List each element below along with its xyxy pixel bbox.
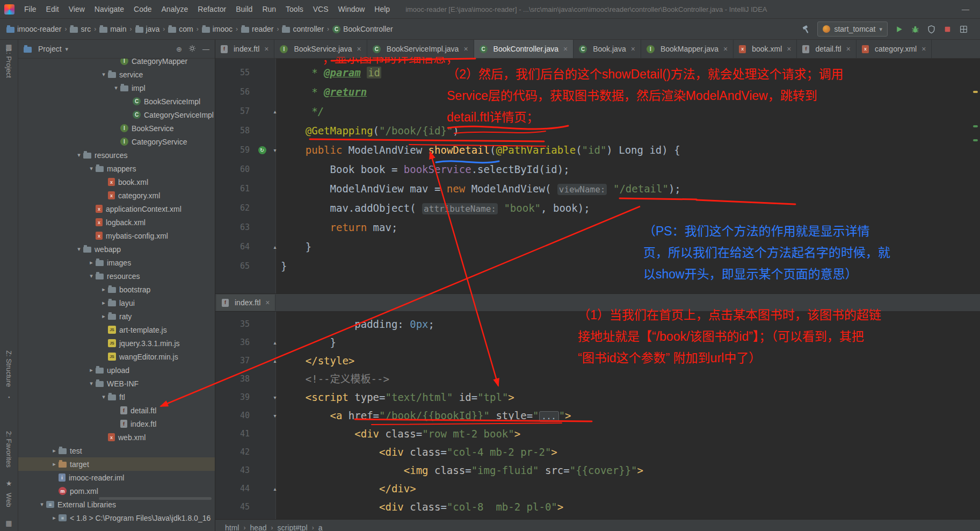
menu-item-help[interactable]: Help — [369, 5, 395, 13]
tree-item-imooc-reader.iml[interactable]: iimooc-reader.iml — [18, 471, 215, 484]
tree-item-raty[interactable]: ▸raty — [18, 310, 215, 323]
tree-item-pom.xml[interactable]: mpom.xml — [18, 484, 215, 498]
tab-close-icon[interactable]: × — [357, 45, 361, 53]
horizontal-scrollbar[interactable] — [99, 497, 212, 500]
code-text[interactable]: <div class="col-4 mb-2 pr-2"> — [281, 447, 557, 457]
bookmark-icon[interactable]: ▪ — [8, 394, 10, 400]
code-text[interactable]: <img class="img-fluid" src="{{cover}}"> — [281, 465, 643, 476]
tree-item-upload[interactable]: ▸upload — [18, 363, 215, 377]
code-text[interactable]: Book book = bookService.selectById(id); — [281, 164, 570, 175]
menu-item-vcs[interactable]: VCS — [308, 5, 333, 13]
menu-item-run[interactable]: Run — [257, 5, 281, 13]
editor-tab-index.ftl[interactable]: findex.ftl× — [215, 40, 274, 58]
tree-collapse-icon[interactable]: ▾ — [87, 272, 96, 279]
tab-close-icon[interactable]: × — [563, 45, 568, 53]
menu-item-code[interactable]: Code — [129, 5, 156, 13]
tool-window-button-2-favorites[interactable]: 2: Favorites — [5, 431, 13, 468]
code-text[interactable]: ModelAndView mav = new ModelAndView( vie… — [281, 184, 681, 194]
tree-item-web-inf[interactable]: ▾WEB-INF — [18, 377, 215, 390]
tab-close-icon[interactable]: × — [787, 45, 791, 53]
menu-item-view[interactable]: View — [64, 5, 90, 13]
tree-item-category.xml[interactable]: xcategory.xml — [18, 189, 215, 202]
bottom-breadcrumb-head[interactable]: head — [250, 523, 266, 531]
breadcrumb-item-com[interactable]: com — [168, 25, 193, 33]
editor-tab-index-ftl-split[interactable]: f index.ftl × — [216, 295, 275, 311]
tree-item-target[interactable]: ▸target — [18, 457, 215, 471]
code-text[interactable]: public ModelAndView showDetail(@PathVari… — [281, 145, 680, 155]
editor-tab-bookcontroller.java[interactable]: CBookController.java× — [474, 40, 574, 58]
code-text[interactable]: <div class="row mt-2 book"> — [281, 429, 520, 439]
bottom-breadcrumb-html[interactable]: html — [225, 523, 239, 531]
run-configuration-select[interactable]: start_tomcat ▾ — [817, 21, 888, 37]
menu-item-navigate[interactable]: Navigate — [90, 5, 129, 13]
code-text[interactable]: */ — [281, 106, 324, 117]
tree-item-detail.ftl[interactable]: fdetail.ftl — [18, 404, 215, 417]
code-text[interactable]: <div class="col-8 mb-2 pl-0"> — [281, 502, 563, 512]
breadcrumb-item-java[interactable]: java — [135, 25, 160, 33]
chevron-down-icon[interactable]: ▾ — [66, 46, 69, 53]
tree-item-categoryserviceimpl[interactable]: CCategoryServiceImpl — [18, 108, 215, 121]
tree-expand-icon[interactable]: ▸ — [99, 299, 108, 306]
tree-expand-icon[interactable]: ▸ — [50, 447, 59, 454]
tree-collapse-icon[interactable]: ▾ — [112, 84, 120, 91]
tree-expand-icon[interactable]: ▸ — [99, 286, 108, 293]
tab-close-icon[interactable]: × — [921, 45, 926, 53]
tree-item-mappers[interactable]: ▾mappers — [18, 162, 215, 175]
layout-grid-icon[interactable] — [959, 24, 968, 34]
editor-tab-bookserviceimpl.java[interactable]: CBookServiceImpl.java× — [367, 40, 474, 58]
tab-close-icon[interactable]: × — [631, 45, 635, 53]
tree-item-test[interactable]: ▸test — [18, 444, 215, 457]
menu-item-analyze[interactable]: Analyze — [157, 5, 193, 13]
tool-window-button-1-project[interactable]: 1: Project — [5, 48, 13, 78]
tree-item-art-template.js[interactable]: JSart-template.js — [18, 323, 215, 336]
tree-item-images[interactable]: ▸images — [18, 256, 215, 269]
code-text[interactable]: <script type="text/html" id="tpl"> — [281, 392, 514, 403]
bottom-breadcrumb-a[interactable]: a — [318, 523, 323, 531]
tree-expand-icon[interactable]: ▸ — [87, 259, 96, 266]
minimize-icon[interactable]: — — [962, 5, 969, 13]
favorites-star-icon[interactable]: ★ — [6, 479, 12, 487]
tool-windows-bottom-icon[interactable]: ▦ — [5, 519, 12, 527]
menu-item-file[interactable]: File — [19, 5, 41, 13]
menu-item-refactor[interactable]: Refactor — [193, 5, 231, 13]
tree-expand-icon[interactable]: ▸ — [87, 367, 96, 374]
tree-item-mybatis-config.xml[interactable]: xmybatis-config.xml — [18, 229, 215, 242]
tool-window-button-web[interactable]: Web — [5, 493, 13, 507]
spring-bean-icon[interactable]: ↻ — [258, 146, 266, 154]
code-text[interactable]: } — [281, 338, 336, 348]
code-text[interactable]: <!--定义模板--> — [281, 374, 389, 384]
code-text[interactable]: } — [281, 261, 287, 271]
fold-marker-icon[interactable]: ▴ — [269, 244, 281, 250]
tree-expand-icon[interactable]: ▸ — [99, 313, 108, 320]
tab-close-icon[interactable]: × — [846, 45, 851, 53]
breadcrumb-item-main[interactable]: main — [99, 25, 126, 33]
tree-item-resources[interactable]: ▾resources — [18, 269, 215, 283]
editor-tab-bookmapper.java[interactable]: IBookMapper.java× — [641, 40, 734, 58]
tree-collapse-icon[interactable]: ▾ — [38, 501, 46, 508]
run-button[interactable] — [894, 24, 904, 34]
tab-close-icon[interactable]: × — [264, 45, 268, 53]
bottom-breadcrumb-script#tpl[interactable]: script#tpl — [278, 523, 308, 531]
breadcrumb-item-bookcontroller[interactable]: CBookController — [332, 25, 393, 33]
breadcrumb-item-imooc[interactable]: imooc — [202, 25, 233, 33]
tab-close-icon[interactable]: × — [723, 45, 728, 53]
stop-button[interactable] — [942, 24, 952, 34]
tree-item-impl[interactable]: ▾impl — [18, 81, 215, 95]
tree-collapse-icon[interactable]: ▾ — [99, 71, 108, 78]
tool-window-button-z-structure[interactable]: Z: Structure — [5, 350, 13, 387]
tree-item-logback.xml[interactable]: xlogback.xml — [18, 216, 215, 229]
tree-item-wangeditor.min.js[interactable]: JSwangEditor.min.js — [18, 350, 215, 363]
tree-item-ftl[interactable]: ▾ftl — [18, 390, 215, 404]
code-text[interactable]: </style> — [281, 356, 354, 366]
tree-item-categoryservice[interactable]: ICategoryService — [18, 135, 215, 148]
build-hammer-icon[interactable] — [801, 24, 811, 34]
breadcrumb-item-src[interactable]: src — [70, 25, 91, 33]
fold-marker-icon[interactable]: ▾ — [269, 413, 281, 419]
menu-item-tools[interactable]: Tools — [281, 5, 308, 13]
breadcrumb-item-reader[interactable]: reader — [241, 25, 273, 33]
tree-item-index.ftl[interactable]: findex.ftl — [18, 417, 215, 430]
tree-item-webapp[interactable]: ▾webapp — [18, 242, 215, 256]
tree-item-resources[interactable]: ▾resources — [18, 148, 215, 162]
tree-item-categorymapper[interactable]: ICategoryMapper — [18, 59, 215, 68]
debug-bug-icon[interactable] — [910, 24, 920, 34]
